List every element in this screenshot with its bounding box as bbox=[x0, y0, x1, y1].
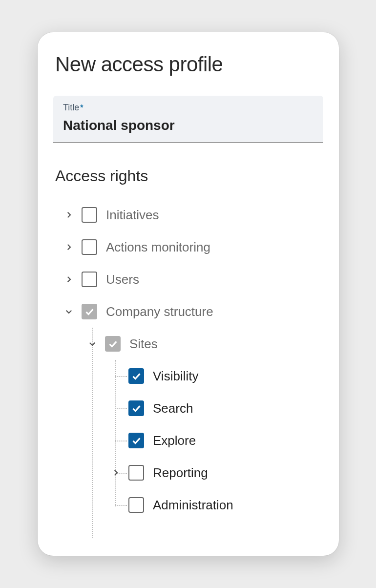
title-field[interactable]: Title* bbox=[53, 96, 323, 143]
checkbox-sites[interactable] bbox=[105, 336, 121, 352]
checkbox-reporting[interactable] bbox=[128, 465, 144, 481]
tree-label: Company structure bbox=[106, 304, 213, 319]
tree-label: Administration bbox=[153, 498, 233, 513]
tree-row-visibility[interactable]: Visibility bbox=[109, 360, 323, 392]
chevron-right-icon[interactable] bbox=[62, 273, 76, 286]
dialog-card: New access profile Title* Access rights … bbox=[38, 32, 339, 556]
tree-label: Search bbox=[153, 401, 193, 416]
tree-children-sites: Visibility Search Explore bbox=[109, 360, 323, 521]
tree-row-company-structure[interactable]: Company structure bbox=[62, 295, 323, 328]
checkbox-administration[interactable] bbox=[128, 497, 144, 513]
tree-label: Users bbox=[106, 272, 139, 287]
tree-row-actions-monitoring[interactable]: Actions monitoring bbox=[62, 231, 323, 263]
tree-row-reporting[interactable]: Reporting bbox=[109, 457, 323, 489]
page-title: New access profile bbox=[55, 53, 323, 76]
checkbox-initiatives[interactable] bbox=[82, 207, 97, 223]
tree-label: Initiatives bbox=[106, 208, 159, 223]
checkbox-company-structure[interactable] bbox=[82, 304, 97, 319]
tree-label: Visibility bbox=[153, 369, 198, 384]
checkbox-users[interactable] bbox=[82, 272, 97, 287]
tree-row-users[interactable]: Users bbox=[62, 263, 323, 295]
tree-row-administration[interactable]: Administration bbox=[109, 489, 323, 521]
title-label-row: Title* bbox=[63, 103, 313, 113]
chevron-down-icon[interactable] bbox=[62, 305, 76, 318]
checkbox-explore[interactable] bbox=[128, 433, 144, 448]
chevron-right-icon[interactable] bbox=[109, 466, 123, 480]
tree-label: Actions monitoring bbox=[106, 240, 210, 255]
required-marker: * bbox=[80, 104, 83, 112]
tree-row-explore[interactable]: Explore bbox=[109, 424, 323, 457]
tree-row-search[interactable]: Search bbox=[109, 392, 323, 424]
chevron-right-icon[interactable] bbox=[62, 208, 76, 222]
access-rights-heading: Access rights bbox=[55, 167, 323, 185]
tree-row-initiatives[interactable]: Initiatives bbox=[62, 199, 323, 231]
chevron-right-icon[interactable] bbox=[62, 240, 76, 254]
tree-label: Explore bbox=[153, 433, 196, 448]
tree-children-company-structure: Sites Visibility bbox=[85, 328, 323, 521]
checkbox-actions-monitoring[interactable] bbox=[82, 239, 97, 255]
title-label: Title bbox=[63, 103, 79, 112]
tree-label: Reporting bbox=[153, 465, 208, 481]
tree-label: Sites bbox=[129, 336, 158, 352]
access-rights-tree: Initiatives Actions monitoring Users bbox=[62, 199, 323, 521]
title-input[interactable] bbox=[63, 118, 313, 133]
chevron-down-icon[interactable] bbox=[85, 337, 99, 351]
checkbox-search[interactable] bbox=[128, 400, 144, 416]
tree-row-sites[interactable]: Sites bbox=[85, 328, 323, 360]
checkbox-visibility[interactable] bbox=[128, 368, 144, 384]
